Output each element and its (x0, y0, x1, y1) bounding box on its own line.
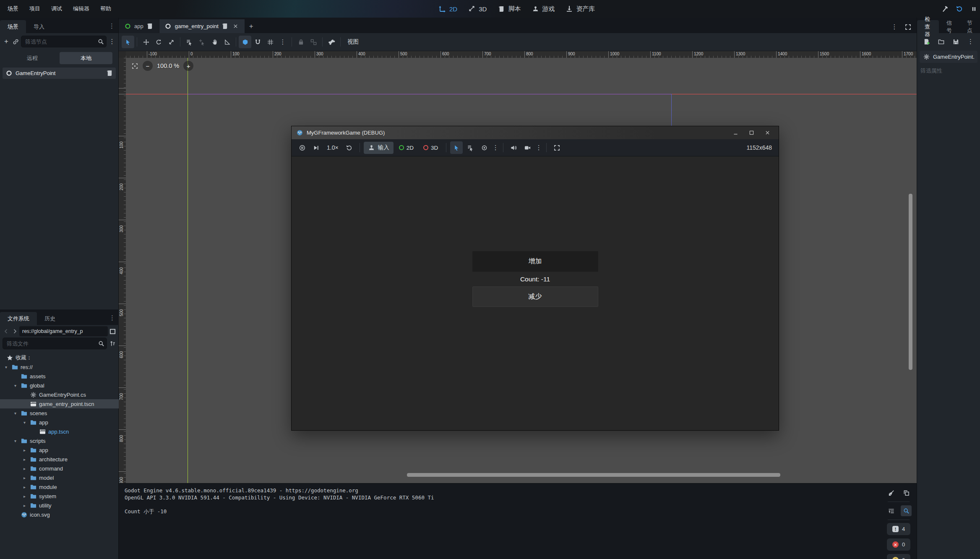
lock-button[interactable] (295, 36, 307, 48)
script-icon[interactable] (222, 23, 229, 30)
menu-帮助[interactable]: 帮助 (96, 3, 115, 14)
move-button[interactable] (140, 36, 152, 48)
mode-button-脚本[interactable]: 脚本 (498, 5, 521, 13)
scene-dock-tab-场景[interactable]: 场景 (0, 20, 26, 33)
search-button[interactable] (901, 505, 912, 516)
save-icon[interactable] (952, 38, 959, 45)
copy-button[interactable] (901, 487, 912, 498)
broom-button[interactable] (886, 487, 897, 498)
expand-icon[interactable] (904, 23, 912, 31)
add-node-icon[interactable]: + (3, 38, 10, 45)
tree-item-assets[interactable]: assets (0, 372, 119, 381)
scale-button[interactable] (165, 36, 177, 48)
fullscreen-button[interactable] (550, 141, 563, 154)
chevron-right-icon[interactable]: ▸ (22, 494, 27, 499)
kebab-button[interactable]: ⋮ (276, 36, 289, 48)
mode-button-资产库[interactable]: 资产库 (566, 5, 595, 13)
folder-open-icon[interactable] (938, 38, 945, 45)
snap-button[interactable] (239, 36, 251, 48)
tree-item-scripts[interactable]: ▾scripts (0, 436, 119, 445)
nav-back-icon[interactable] (3, 328, 10, 335)
tree-item-architecture[interactable]: ▸architecture (0, 455, 119, 464)
chevron-right-icon[interactable]: ▸ (22, 485, 27, 489)
kebab-menu-icon[interactable]: ⋮ (535, 144, 542, 151)
ruler-button[interactable] (221, 36, 233, 48)
close-icon[interactable] (232, 23, 240, 30)
select-cursor-button[interactable] (122, 36, 134, 48)
menu-场景[interactable]: 场景 (3, 3, 23, 14)
grid-button[interactable] (264, 36, 276, 48)
speaker-button[interactable] (507, 141, 520, 154)
inspector-tab-信号[interactable]: 信号 (939, 20, 959, 33)
kebab-menu-icon[interactable]: ⋮ (108, 38, 116, 45)
local-button[interactable]: 本地 (60, 52, 112, 64)
increase-button[interactable]: 增加 (472, 251, 598, 272)
new-scene-tab-button[interactable]: + (245, 19, 258, 33)
chevron-down-icon[interactable]: ▾ (13, 411, 18, 416)
chevron-down-icon[interactable]: ▾ (13, 439, 18, 443)
kebab-icon[interactable]: ⋮ (967, 38, 974, 45)
tree-item-app.tscn[interactable]: app.tscn (0, 427, 119, 436)
filesystem-path-input[interactable] (19, 326, 108, 336)
message-count-badge[interactable]: !4 (887, 523, 910, 535)
chevron-right-icon[interactable]: ▸ (22, 457, 27, 462)
debug-3d-button[interactable]: 3D (419, 142, 442, 154)
decrease-button[interactable]: 减少 (472, 286, 598, 307)
tree-item-command[interactable]: ▸command (0, 464, 119, 473)
favorites-row[interactable]: 收藏： (0, 353, 119, 362)
bone-button[interactable] (325, 36, 338, 48)
center-view-icon[interactable] (131, 62, 138, 70)
kebab-icon[interactable]: ⋮ (891, 23, 898, 31)
chevron-down-icon[interactable]: ▾ (13, 383, 18, 388)
mode-button-3D[interactable]: 3D (468, 5, 487, 13)
tree-item-app[interactable]: ▾app (0, 418, 119, 427)
game-window-titlebar[interactable]: MyGFrameworkGame (DEBUG) (292, 126, 779, 139)
tree-item-game_entry_point.tscn[interactable]: game_entry_point.tscn (0, 399, 119, 408)
focus-button[interactable] (478, 141, 490, 154)
cursor2-button[interactable] (450, 141, 463, 154)
reload-icon[interactable] (956, 5, 963, 13)
group-button[interactable] (307, 36, 320, 48)
horizontal-scrollbar[interactable] (407, 473, 780, 477)
filter-properties-input[interactable]: 筛选属性 (917, 64, 980, 78)
script-icon[interactable] (106, 70, 113, 77)
kebab-menu-icon[interactable]: ⋮ (109, 314, 119, 325)
mode-button-游戏[interactable]: 游戏 (532, 5, 555, 13)
kebab-menu-icon[interactable]: ⋮ (109, 22, 118, 33)
error-count-badge[interactable]: ✕0 (887, 538, 910, 551)
filter-nodes-input[interactable] (21, 36, 107, 47)
inspector-object-row[interactable]: GameEntryPoint. (920, 51, 977, 63)
tree-item-app[interactable]: ▸app (0, 445, 119, 455)
remote-button[interactable]: 远程 (6, 52, 59, 64)
hammer-icon[interactable] (941, 5, 949, 13)
zoom-in-button[interactable]: + (183, 61, 193, 71)
rotate-button[interactable] (152, 36, 165, 48)
vertical-scrollbar[interactable] (909, 194, 912, 370)
maximize-icon[interactable] (744, 127, 758, 138)
scene-tree-root-node[interactable]: GameEntryPoint (3, 68, 116, 79)
script-icon[interactable] (146, 23, 154, 30)
playback-speed[interactable]: 1.0× (323, 144, 342, 151)
chevron-down-icon[interactable]: ▾ (22, 420, 27, 425)
chevron-right-icon[interactable]: ▸ (22, 503, 27, 508)
position-select-button[interactable] (195, 36, 208, 48)
chevron-right-icon[interactable]: ▸ (22, 466, 27, 471)
list-select-button[interactable] (464, 141, 477, 154)
tree-item-system[interactable]: ▸system (0, 491, 119, 501)
scene-tab-game_entry_point[interactable]: game_entry_point (159, 19, 245, 33)
menu-调试[interactable]: 调试 (47, 3, 66, 14)
scene-tab-app[interactable]: app (119, 19, 159, 33)
mode-button-2D[interactable]: 2D (439, 5, 457, 13)
split-view-icon[interactable] (109, 328, 116, 335)
filter-files-input[interactable] (3, 338, 107, 349)
instance-scene-icon[interactable] (12, 38, 19, 45)
file-plus-icon[interactable] (923, 38, 930, 45)
inspector-tab-检查器[interactable]: 检查器 (917, 20, 939, 33)
scene-dock-tab-导入[interactable]: 导入 (26, 20, 52, 33)
filesystem-tab-历史[interactable]: 历史 (37, 312, 63, 325)
pause-icon[interactable] (970, 5, 977, 13)
tree-item-model[interactable]: ▸model (0, 473, 119, 482)
suspend-button[interactable] (296, 141, 308, 154)
debug-2d-button[interactable]: 2D (395, 142, 418, 154)
close-icon[interactable] (760, 127, 774, 138)
